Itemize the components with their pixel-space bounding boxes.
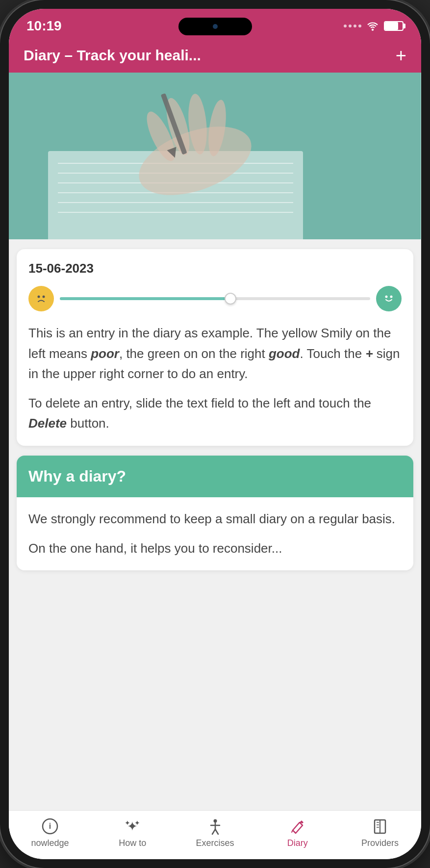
app-title: Diary – Track your heali... <box>24 47 201 64</box>
why-text-2: On the one hand, it helps you to reconsi… <box>28 538 402 559</box>
tab-diary[interactable]: Diary <box>256 817 339 848</box>
camera-dot <box>213 24 218 29</box>
mood-slider-thumb[interactable] <box>225 293 236 305</box>
phone-frame: 10:19 <box>0 0 430 868</box>
dynamic-island <box>178 18 252 35</box>
sparkles-icon: ✦ ✦ ✦ <box>123 817 142 836</box>
diary-delete-text: To delete an entry, slide the text field… <box>28 393 402 434</box>
why-header: Why a diary? <box>17 456 413 497</box>
tab-exercises-label: Exercises <box>196 838 234 848</box>
tab-knowledge[interactable]: i nowledge <box>9 817 91 848</box>
status-icons <box>344 21 404 31</box>
why-body: We strongly recommend to keep a small di… <box>17 497 413 570</box>
tab-diary-label: Diary <box>287 838 308 848</box>
mood-face-good <box>376 286 402 311</box>
svg-point-19 <box>390 296 393 298</box>
pencil-icon <box>288 817 307 836</box>
why-diary-section: Why a diary? We strongly recommend to ke… <box>17 456 413 570</box>
hero-image <box>9 73 421 239</box>
book-icon <box>370 817 390 836</box>
battery-icon <box>384 21 404 31</box>
screen: 10:19 <box>9 9 421 859</box>
hero-illustration <box>9 73 421 239</box>
svg-text:✦: ✦ <box>134 819 140 827</box>
svg-line-28 <box>212 829 215 834</box>
tab-howto-label: How to <box>119 838 146 848</box>
svg-point-17 <box>43 296 45 298</box>
svg-point-16 <box>38 296 40 298</box>
tab-knowledge-label: nowledge <box>31 838 69 848</box>
svg-line-29 <box>215 829 218 834</box>
scrollable-content[interactable]: 15-06-2023 <box>9 239 421 810</box>
diary-date: 15-06-2023 <box>28 261 402 276</box>
tab-providers[interactable]: Providers <box>339 817 421 848</box>
svg-line-30 <box>292 830 293 832</box>
svg-text:✦: ✦ <box>125 819 130 827</box>
tab-providers-label: Providers <box>361 838 399 848</box>
why-title: Why a diary? <box>28 467 402 485</box>
svg-rect-15 <box>9 73 421 239</box>
status-time: 10:19 <box>26 18 62 34</box>
figure-icon <box>205 817 225 836</box>
mood-slider-fill <box>60 297 230 300</box>
signal-dots <box>344 25 361 27</box>
info-circle-icon: i <box>40 817 60 836</box>
mood-face-bad <box>28 286 54 311</box>
diary-body-text: This is an entry in the diary as example… <box>28 323 402 384</box>
wifi-icon <box>366 21 379 31</box>
mood-slider-row <box>28 286 402 311</box>
svg-text:i: i <box>49 822 51 830</box>
app-header: Diary – Track your heali... + <box>9 38 421 73</box>
diary-card: 15-06-2023 <box>17 249 413 446</box>
svg-point-18 <box>385 296 388 298</box>
add-entry-button[interactable]: + <box>396 46 406 65</box>
why-text-1: We strongly recommend to keep a small di… <box>28 509 402 530</box>
tab-howto[interactable]: ✦ ✦ ✦ How to <box>91 817 174 848</box>
svg-point-25 <box>213 819 217 823</box>
status-bar: 10:19 <box>9 9 421 38</box>
tab-exercises[interactable]: Exercises <box>174 817 256 848</box>
tab-bar: i nowledge ✦ ✦ ✦ How to <box>9 810 421 859</box>
mood-slider-track[interactable] <box>60 297 370 300</box>
